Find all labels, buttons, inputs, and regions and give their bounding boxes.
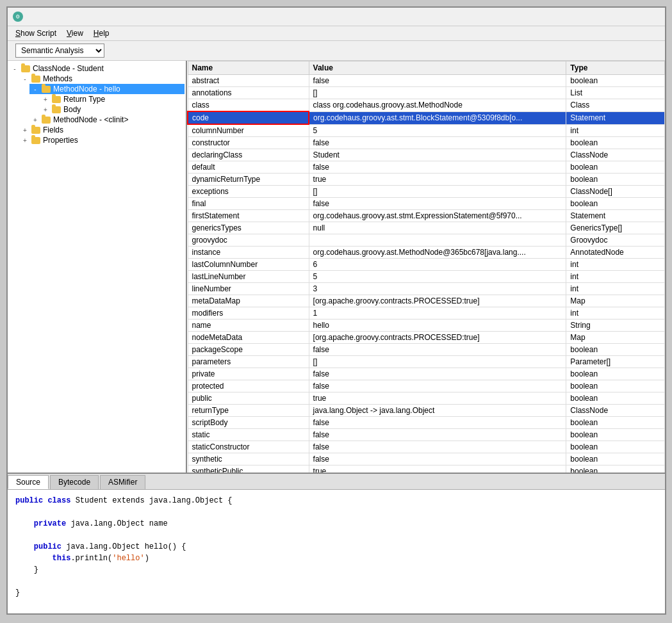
cell-name: instance: [188, 247, 309, 259]
tree-node-classnode[interactable]: - ClassNode - Student: [9, 63, 184, 74]
cell-value: false: [309, 417, 566, 429]
tree-node-body[interactable]: + Body: [40, 104, 184, 115]
table-row[interactable]: metaDataMap[org.apache.groovy.contracts.…: [188, 295, 665, 307]
table-row[interactable]: exceptions[]ClassNode[]: [188, 186, 665, 198]
cell-value: []: [309, 87, 566, 99]
bottom-area: Source Bytecode ASMifier public class St…: [8, 473, 665, 613]
code-line-blank1: [15, 506, 657, 518]
cell-value: class org.codehaus.groovy.ast.MethodNode: [309, 99, 566, 112]
table-row[interactable]: classclass org.codehaus.groovy.ast.Metho…: [188, 99, 665, 112]
folder-icon-properties: [31, 136, 41, 145]
tree-node-methods[interactable]: - Methods: [19, 74, 184, 84]
expander-return-type: +: [41, 96, 50, 103]
tree-node-methodnode-clinit[interactable]: + MethodNode - <clinit>: [29, 115, 184, 125]
cell-name: exceptions: [188, 186, 309, 198]
cell-type: boolean: [566, 161, 665, 174]
folder-icon-methodnode-hello: [41, 85, 51, 93]
cell-type: Statement: [566, 210, 665, 222]
cell-value: true: [309, 465, 566, 473]
main-content: - ClassNode - Student - Methods -: [8, 61, 665, 473]
table-row[interactable]: constructorfalseboolean: [188, 137, 665, 149]
table-row[interactable]: codeorg.codehaus.groovy.ast.stmt.BlockSt…: [188, 111, 665, 124]
table-row[interactable]: staticConstructorfalseboolean: [188, 441, 665, 453]
expander-properties: +: [20, 137, 29, 144]
cell-name: parameters: [188, 356, 309, 368]
cell-value: [309, 234, 566, 247]
cell-value: []: [309, 186, 566, 198]
table-row[interactable]: dynamicReturnTypetrueboolean: [188, 174, 665, 186]
code-line-blank2: [15, 530, 657, 541]
cell-name: annotations: [188, 87, 309, 99]
menu-view[interactable]: View: [61, 28, 88, 39]
cell-value: [org.apache.groovy.contracts.PROCESSED:t…: [309, 295, 566, 307]
table-row[interactable]: declaringClassStudentClassNode: [188, 149, 665, 161]
tab-source[interactable]: Source: [8, 475, 49, 489]
cell-type: boolean: [566, 380, 665, 392]
tab-bytecode[interactable]: Bytecode: [50, 475, 99, 489]
table-row[interactable]: genericsTypesnullGenericsType[]: [188, 222, 665, 234]
menu-show-script[interactable]: Show Script: [10, 28, 61, 39]
tree-label-methods: Methods: [43, 74, 72, 83]
table-row[interactable]: lastColumnNumber6int: [188, 259, 665, 271]
table-row[interactable]: privatefalseboolean: [188, 368, 665, 380]
table-row[interactable]: nodeMetaData[org.apache.groovy.contracts…: [188, 332, 665, 344]
table-row[interactable]: modifiers1int: [188, 307, 665, 320]
cell-name: default: [188, 161, 309, 174]
tree-node-methodnode-hello[interactable]: - MethodNode - hello: [29, 84, 184, 94]
tree-node-return-type[interactable]: + Return Type: [40, 94, 184, 104]
code-line-1: public class Student extends java.lang.O…: [15, 495, 657, 506]
folder-icon-body: [51, 105, 61, 114]
cell-type: boolean: [566, 75, 665, 87]
tree-node-properties[interactable]: + Properties: [19, 135, 184, 145]
cell-type: int: [566, 259, 665, 271]
table-row[interactable]: instanceorg.codehaus.groovy.ast.MethodNo…: [188, 247, 665, 259]
title-bar: ⚙: [8, 8, 665, 26]
cell-type: Map: [566, 295, 665, 307]
table-row[interactable]: scriptBodyfalseboolean: [188, 417, 665, 429]
table-row[interactable]: packageScopefalseboolean: [188, 344, 665, 356]
table-row[interactable]: defaultfalseboolean: [188, 161, 665, 174]
cell-type: Class: [566, 99, 665, 112]
table-row[interactable]: lineNumber3int: [188, 283, 665, 295]
tree-node-fields[interactable]: + Fields: [19, 125, 184, 135]
table-row[interactable]: annotations[]List: [188, 87, 665, 99]
tab-asmifier[interactable]: ASMifier: [100, 475, 145, 489]
cell-name: packageScope: [188, 344, 309, 356]
cell-type: ClassNode: [566, 405, 665, 417]
cell-name: abstract: [188, 75, 309, 87]
code-line-6: }: [15, 587, 657, 599]
table-row[interactable]: columnNumber5int: [188, 124, 665, 137]
tree-label-methodnode-clinit: MethodNode - <clinit>: [53, 115, 128, 124]
cell-value: [org.apache.groovy.contracts.PROCESSED:t…: [309, 332, 566, 344]
cell-name: final: [188, 198, 309, 210]
table-row[interactable]: firstStatementorg.codehaus.groovy.ast.st…: [188, 210, 665, 222]
table-row[interactable]: syntheticPublictrueboolean: [188, 465, 665, 473]
expander-methodnode-clinit: +: [31, 117, 40, 124]
cell-type: boolean: [566, 441, 665, 453]
tree-label-body: Body: [63, 105, 81, 114]
menu-help[interactable]: Help: [88, 28, 115, 39]
table-row[interactable]: publictrueboolean: [188, 392, 665, 405]
table-row[interactable]: finalfalseboolean: [188, 198, 665, 210]
table-row[interactable]: protectedfalseboolean: [188, 380, 665, 392]
phase-select[interactable]: Semantic Analysis Initialization Parsing…: [15, 44, 104, 58]
table-row[interactable]: abstractfalseboolean: [188, 75, 665, 87]
table-row[interactable]: syntheticfalseboolean: [188, 453, 665, 465]
cell-value: false: [309, 453, 566, 465]
cell-name: groovydoc: [188, 234, 309, 247]
cell-name: public: [188, 392, 309, 405]
table-row[interactable]: returnTypejava.lang.Object -> java.lang.…: [188, 405, 665, 417]
table-row[interactable]: lastLineNumber5int: [188, 271, 665, 283]
table-row[interactable]: parameters[]Parameter[]: [188, 356, 665, 368]
cell-type: AnnotatedNode: [566, 247, 665, 259]
folder-icon-classnode: [20, 64, 31, 73]
cell-value: hello: [309, 320, 566, 332]
table-row[interactable]: staticfalseboolean: [188, 429, 665, 441]
tree-label-methodnode-hello: MethodNode - hello: [53, 85, 120, 93]
table-row[interactable]: groovydocGroovydoc: [188, 234, 665, 247]
cell-name: lastLineNumber: [188, 271, 309, 283]
table-row[interactable]: namehelloString: [188, 320, 665, 332]
table-panel: Name Value Type abstractfalsebooleananno…: [187, 61, 665, 473]
cell-value: 1: [309, 307, 566, 320]
cell-name: firstStatement: [188, 210, 309, 222]
